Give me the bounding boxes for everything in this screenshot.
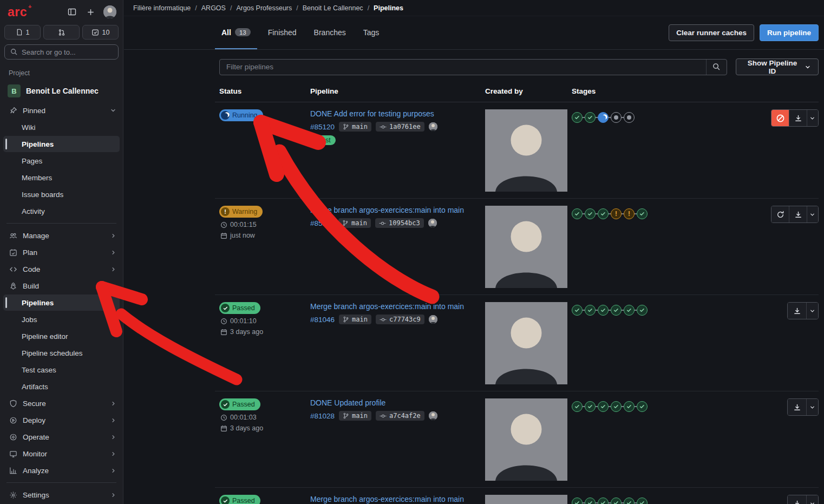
stage-warning-icon[interactable]: ! bbox=[624, 208, 635, 219]
project-switcher[interactable]: B Benoit Le Callennec bbox=[0, 80, 123, 102]
created-by-avatar[interactable] bbox=[485, 398, 567, 481]
breadcrumb-link[interactable]: ARGOS bbox=[201, 4, 226, 12]
issues-shortcut-button[interactable]: 1 bbox=[4, 25, 41, 40]
download-artifacts-button[interactable] bbox=[788, 399, 806, 415]
breadcrumb-link[interactable]: Filière informatique bbox=[133, 4, 191, 12]
sidebar-item-artifacts[interactable]: Artifacts bbox=[0, 378, 123, 395]
stage-success-icon[interactable] bbox=[585, 401, 596, 412]
stage-success-icon[interactable] bbox=[624, 305, 635, 316]
pipeline-id-link[interactable]: #81028 bbox=[310, 412, 335, 420]
sidebar-item-activity[interactable]: Activity bbox=[0, 203, 123, 219]
pipeline-id-link[interactable]: #81046 bbox=[310, 316, 335, 324]
commit-chip[interactable]: 1a0761ee bbox=[376, 122, 424, 132]
stage-success-icon[interactable] bbox=[624, 498, 635, 504]
pipeline-status-badge[interactable]: Running bbox=[219, 109, 263, 121]
stage-success-icon[interactable] bbox=[637, 401, 648, 412]
tab-tags[interactable]: Tags bbox=[357, 16, 386, 49]
create-new-icon[interactable] bbox=[85, 6, 96, 17]
download-artifacts-dropdown[interactable] bbox=[807, 110, 818, 126]
pipeline-id-link[interactable]: #85119 bbox=[310, 219, 334, 227]
created-by-avatar[interactable] bbox=[485, 109, 567, 192]
sidebar-item-secure[interactable]: Secure bbox=[0, 395, 123, 411]
pipeline-title-link[interactable]: DONE Updated profile bbox=[310, 398, 385, 407]
stage-success-icon[interactable] bbox=[585, 498, 596, 504]
pipeline-title-link[interactable]: DONE Add error for testing purposes bbox=[310, 109, 434, 118]
pipeline-id-link[interactable]: #85120 bbox=[310, 123, 335, 131]
search-input[interactable]: Search or go to... bbox=[4, 44, 119, 60]
pipeline-status-badge[interactable]: ! Warning bbox=[219, 206, 263, 218]
branch-chip[interactable]: main bbox=[338, 218, 371, 228]
sidebar-item-pipeline-editor[interactable]: Pipeline editor bbox=[0, 328, 123, 344]
commit-chip[interactable]: 10954bc3 bbox=[375, 218, 424, 228]
sidebar-item-members[interactable]: Members bbox=[0, 169, 123, 186]
sidebar-item-deploy[interactable]: Deploy bbox=[0, 412, 123, 428]
stage-success-icon[interactable] bbox=[598, 305, 609, 316]
show-pipeline-id-dropdown[interactable]: Show Pipeline ID bbox=[736, 58, 819, 75]
clear-runner-caches-button[interactable]: Clear runner caches bbox=[669, 24, 754, 41]
stage-success-icon[interactable] bbox=[572, 305, 583, 316]
commit-chip[interactable]: a7c4af2e bbox=[376, 411, 424, 421]
sidebar-item-settings[interactable]: Settings bbox=[0, 487, 123, 503]
sidebar-item-plan[interactable]: Plan bbox=[0, 244, 123, 260]
branch-chip[interactable]: main bbox=[339, 122, 371, 132]
pipeline-title-link[interactable]: Merge branch argos-exercices:main into m… bbox=[310, 206, 464, 214]
stage-success-icon[interactable] bbox=[598, 498, 609, 504]
sidebar-section-pinned[interactable]: Pinned bbox=[0, 102, 123, 119]
download-artifacts-dropdown[interactable] bbox=[807, 206, 818, 222]
download-artifacts-dropdown[interactable] bbox=[806, 303, 818, 319]
stage-warning-icon[interactable]: ! bbox=[611, 208, 622, 219]
stage-success-icon[interactable] bbox=[637, 498, 648, 504]
stage-success-icon[interactable] bbox=[585, 305, 596, 316]
tab-finished[interactable]: Finished bbox=[261, 16, 303, 49]
pipeline-title-link[interactable]: Merge branch argos-exercices:main into m… bbox=[310, 495, 464, 503]
pipeline-status-badge[interactable]: Passed bbox=[219, 398, 260, 410]
stage-success-icon[interactable] bbox=[585, 208, 596, 219]
sidebar-item-pipeline-schedules[interactable]: Pipeline schedules bbox=[0, 345, 123, 361]
merge-requests-shortcut-button[interactable] bbox=[43, 25, 80, 40]
stage-success-icon[interactable] bbox=[572, 401, 583, 412]
created-by-avatar[interactable] bbox=[485, 206, 567, 288]
download-artifacts-button[interactable] bbox=[789, 110, 807, 126]
run-pipeline-button[interactable]: Run pipeline bbox=[760, 24, 819, 41]
sidebar-item-pipelines-pinned[interactable]: Pipelines bbox=[3, 136, 120, 152]
cancel-pipeline-button[interactable] bbox=[771, 110, 789, 126]
download-artifacts-button[interactable] bbox=[788, 495, 806, 504]
tab-all[interactable]: All13 bbox=[215, 16, 257, 49]
filter-pipelines-input[interactable] bbox=[220, 60, 706, 75]
sidebar-item-issue-boards[interactable]: Issue boards bbox=[0, 186, 123, 202]
stage-success-icon[interactable] bbox=[637, 208, 648, 219]
created-by-avatar[interactable] bbox=[485, 495, 567, 504]
commit-author-avatar[interactable] bbox=[429, 122, 437, 131]
download-artifacts-button[interactable] bbox=[788, 303, 806, 319]
commit-author-avatar[interactable] bbox=[429, 411, 437, 420]
user-avatar[interactable] bbox=[103, 5, 116, 18]
stage-success-icon[interactable] bbox=[572, 498, 583, 504]
download-artifacts-button[interactable] bbox=[789, 206, 807, 222]
stage-success-icon[interactable] bbox=[611, 401, 622, 412]
download-artifacts-dropdown[interactable] bbox=[806, 399, 818, 415]
todos-shortcut-button[interactable]: 10 bbox=[82, 25, 119, 40]
pipeline-title-link[interactable]: Merge branch argos-exercices:main into m… bbox=[310, 302, 464, 311]
breadcrumb-link[interactable]: Argos Professeurs bbox=[236, 4, 292, 12]
app-logo[interactable]: arc+ bbox=[8, 6, 27, 18]
commit-author-avatar[interactable] bbox=[428, 219, 437, 227]
stage-success-icon[interactable] bbox=[572, 208, 583, 219]
stage-success-icon[interactable] bbox=[637, 305, 648, 316]
collapse-sidebar-icon[interactable] bbox=[67, 6, 77, 17]
sidebar-item-analyze[interactable]: Analyze bbox=[0, 462, 123, 479]
stage-success-icon[interactable] bbox=[598, 208, 609, 219]
sidebar-item-manage[interactable]: Manage bbox=[0, 227, 123, 244]
stage-success-icon[interactable] bbox=[598, 401, 609, 412]
retry-pipeline-button[interactable] bbox=[771, 206, 789, 222]
sidebar-item-test-cases[interactable]: Test cases bbox=[0, 362, 123, 378]
stage-success-icon[interactable] bbox=[572, 112, 583, 123]
stage-success-icon[interactable] bbox=[611, 305, 622, 316]
tab-branches[interactable]: Branches bbox=[308, 16, 352, 49]
filter-search-button[interactable] bbox=[706, 60, 727, 75]
stage-created-icon[interactable] bbox=[624, 112, 635, 123]
pipeline-status-badge[interactable]: Passed bbox=[219, 495, 260, 504]
commit-chip[interactable]: c77743c9 bbox=[376, 315, 424, 324]
stage-success-icon[interactable] bbox=[585, 112, 596, 123]
stage-running-icon[interactable] bbox=[598, 112, 609, 123]
sidebar-item-pipelines-build[interactable]: Pipelines bbox=[3, 294, 120, 311]
